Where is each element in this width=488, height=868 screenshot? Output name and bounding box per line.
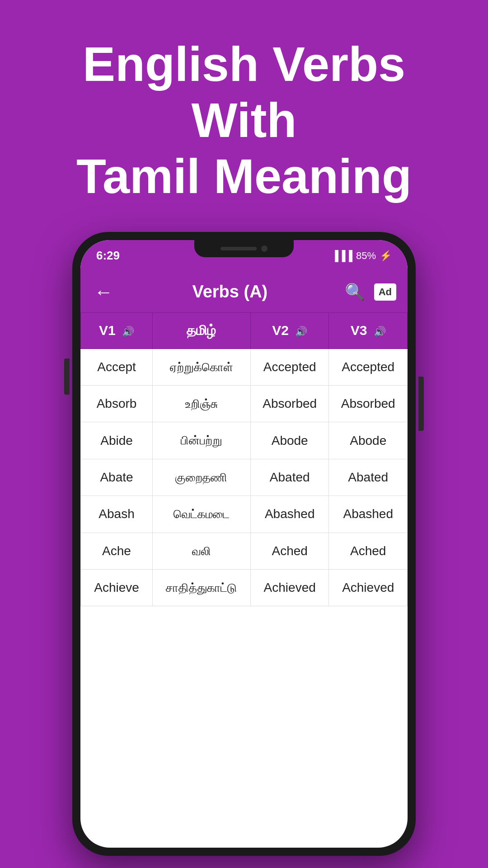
v3-speaker-icon[interactable]: 🔊 — [374, 326, 386, 337]
verb-table-container: V1 🔊 தமிழ் V2 🔊 V3 🔊 — [80, 312, 408, 848]
cell-tamil: ஏற்றுக்கொள் — [153, 349, 251, 385]
col-header-v1: V1 🔊 — [81, 312, 153, 349]
cell-tamil: உறிஞ்சு — [153, 385, 251, 422]
table-row: AbateகுறைதணிAbatedAbated — [81, 459, 408, 495]
table-row: Abashவெட்கமடைAbashedAbashed — [81, 496, 408, 533]
header-title: English Verbs With Tamil Meaning — [27, 36, 461, 205]
notch-dot — [261, 245, 267, 252]
cell-v2: Abated — [250, 459, 329, 495]
header-line2-bold: Tamil — [76, 149, 200, 203]
charging-icon: ⚡ — [380, 250, 392, 262]
cell-v2: Achieved — [250, 569, 329, 606]
cell-v3: Ached — [329, 533, 408, 569]
col-header-v2: V2 🔊 — [250, 312, 329, 349]
status-time: 6:29 — [96, 249, 120, 263]
verb-table: V1 🔊 தமிழ் V2 🔊 V3 🔊 — [80, 312, 408, 607]
v1-label: V1 — [99, 323, 116, 338]
table-row: Absorbஉறிஞ்சுAbsorbedAbsorbed — [81, 385, 408, 422]
cell-tamil: வெட்கமடை — [153, 496, 251, 533]
col-header-v3: V3 🔊 — [329, 312, 408, 349]
cell-v2: Abode — [250, 422, 329, 459]
status-icons: ▐▐▐ 85% ⚡ — [331, 250, 392, 262]
notch — [194, 240, 294, 257]
cell-v1: Accept — [81, 349, 153, 385]
cell-tamil: குறைதணி — [153, 459, 251, 495]
header-line1: English Verbs With — [83, 37, 405, 147]
v2-speaker-icon[interactable]: 🔊 — [295, 326, 307, 337]
cell-v1: Abash — [81, 496, 153, 533]
cell-v3: Absorbed — [329, 385, 408, 422]
cell-v2: Ached — [250, 533, 329, 569]
col-header-tamil: தமிழ் — [153, 312, 251, 349]
cell-v2: Abashed — [250, 496, 329, 533]
table-header-row: V1 🔊 தமிழ் V2 🔊 V3 🔊 — [81, 312, 408, 349]
cell-v1: Abate — [81, 459, 153, 495]
cell-v1: Abide — [81, 422, 153, 459]
cell-v3: Abashed — [329, 496, 408, 533]
cell-v3: Abated — [329, 459, 408, 495]
ad-badge: Ad — [374, 283, 396, 301]
notch-bar — [221, 247, 257, 250]
table-row: Abideபின்பற்றுAbodeAbode — [81, 422, 408, 459]
cell-v1: Ache — [81, 533, 153, 569]
status-bar: 6:29 ▐▐▐ 85% ⚡ — [80, 240, 408, 272]
cell-v3: Achieved — [329, 569, 408, 606]
cell-v1: Absorb — [81, 385, 153, 422]
cell-tamil: பின்பற்று — [153, 422, 251, 459]
phone-inner: 6:29 ▐▐▐ 85% ⚡ ← Verbs (A) 🔍 Ad — [80, 240, 408, 848]
phone-mockup: 6:29 ▐▐▐ 85% ⚡ ← Verbs (A) 🔍 Ad — [72, 232, 416, 856]
tamil-label: தமிழ் — [187, 323, 216, 338]
cell-tamil: சாதித்துகாட்டு — [153, 569, 251, 606]
search-button[interactable]: 🔍 — [345, 283, 365, 302]
v1-speaker-icon[interactable]: 🔊 — [122, 326, 134, 337]
cell-v3: Accepted — [329, 349, 408, 385]
cell-v1: Achieve — [81, 569, 153, 606]
header-section: English Verbs With Tamil Meaning — [0, 0, 488, 232]
battery-indicator: 85% — [356, 250, 376, 262]
v2-label: V2 — [272, 323, 289, 338]
table-row: Acceptஏற்றுக்கொள்AcceptedAccepted — [81, 349, 408, 385]
table-row: Achieveசாதித்துகாட்டுAchievedAchieved — [81, 569, 408, 606]
table-row: AcheவலிAchedAched — [81, 533, 408, 569]
cell-v3: Abode — [329, 422, 408, 459]
cell-tamil: வலி — [153, 533, 251, 569]
header-line2-rest: Meaning — [200, 149, 412, 203]
app-bar: ← Verbs (A) 🔍 Ad — [80, 272, 408, 312]
v3-label: V3 — [351, 323, 367, 338]
signal-icon: ▐▐▐ — [331, 250, 352, 262]
back-button[interactable]: ← — [92, 279, 115, 305]
app-bar-title: Verbs (A) — [124, 282, 336, 302]
cell-v2: Accepted — [250, 349, 329, 385]
cell-v2: Absorbed — [250, 385, 329, 422]
